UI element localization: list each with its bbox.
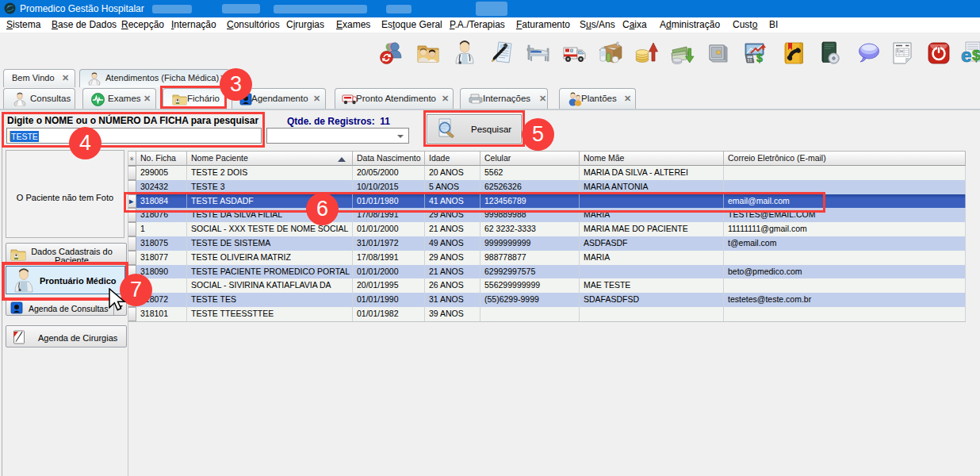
svg-text:$: $ <box>756 52 763 64</box>
svg-text:e: e <box>961 44 971 66</box>
svg-text:$: $ <box>972 47 980 63</box>
